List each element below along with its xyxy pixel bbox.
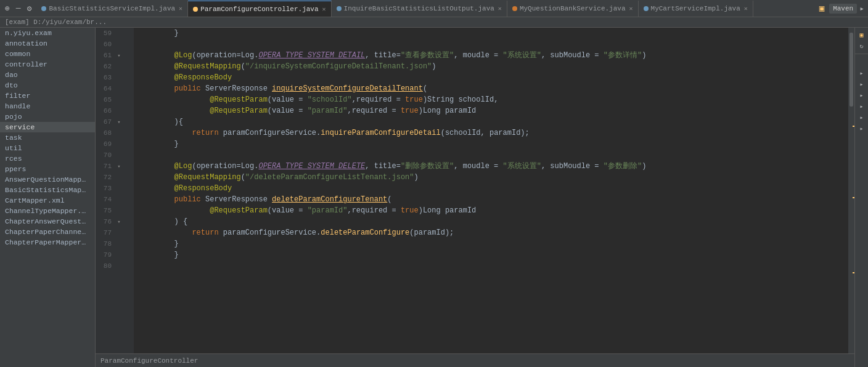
- tab-close-icon[interactable]: ✕: [179, 5, 182, 12]
- sidebar-item-rces[interactable]: rces: [0, 153, 95, 164]
- right-panel-arrow-2[interactable]: ▸: [857, 79, 867, 89]
- maven-button[interactable]: Maven: [829, 4, 857, 14]
- tab-close-icon[interactable]: ✕: [322, 6, 326, 13]
- line-number-60: 60: [96, 41, 115, 48]
- right-panel-arrow-6[interactable]: ▸: [857, 124, 867, 134]
- code-line-73: @ResponseBody: [139, 183, 848, 194]
- tab-close-icon[interactable]: ✕: [744, 5, 748, 12]
- right-panel-btn-refresh[interactable]: ↻: [857, 41, 867, 51]
- breadcrumb: [exam] D:/yiyu/exam/br...: [0, 17, 868, 28]
- gutter-row-60: 60: [96, 39, 131, 50]
- tab-MyQuestionBankService[interactable]: MyQuestionBankService.java ✕: [507, 1, 639, 17]
- sidebar-item-ChapterAnswerQuestion[interactable]: ChapterAnswerQuestionM...: [0, 216, 95, 227]
- sidebar-item-annotation[interactable]: annotation: [0, 38, 95, 49]
- line-number-75: 75: [96, 207, 115, 214]
- right-panel-btn-1[interactable]: ▣: [857, 30, 867, 40]
- sidebar-item-dto[interactable]: dto: [0, 80, 95, 91]
- add-tab-icon[interactable]: ⊕: [2, 2, 12, 15]
- line-number-78: 78: [96, 240, 115, 248]
- sidebar-item-exam[interactable]: n.yiyu.exam: [0, 28, 95, 38]
- tab-bar-left: ⊕ — ⚙: [0, 2, 36, 15]
- gutter-row-62: 62: [96, 61, 131, 72]
- sidebar-item-task[interactable]: task: [0, 132, 95, 143]
- code-line-76: ) {: [139, 216, 848, 227]
- gutter-row-67: 67 ▾: [96, 116, 131, 127]
- code-line-79: }: [139, 249, 848, 260]
- code-line-75: @RequestParam(value = "paramId",required…: [139, 205, 848, 216]
- sidebar-item-AnswerQuestionMapper[interactable]: AnswerQuestionMapper.xm: [0, 174, 95, 185]
- scroll-mark-1: [853, 126, 854, 127]
- code-line-67: ){: [139, 116, 848, 127]
- right-panel-arrow-3[interactable]: ▸: [857, 91, 867, 100]
- line-number-74: 74: [96, 196, 115, 203]
- code-line-61: @Log(operation=Log.OPERA_TYPE_SYSTEM_DET…: [139, 50, 848, 61]
- expand-icon[interactable]: ▸: [859, 4, 864, 14]
- sidebar-item-ChannelTypeMapper[interactable]: ChannelTypeMapper.xml: [0, 206, 95, 216]
- code-line-71: @Log(operation=Log.OPERA_TYPE_SYSTEM_DEL…: [139, 161, 848, 172]
- settings-icon[interactable]: ⚙: [25, 2, 35, 15]
- scrollbar-thumb[interactable]: [850, 33, 853, 107]
- tab-MyCartServiceImpl[interactable]: MyCartServiceImpl.java ✕: [639, 1, 753, 17]
- editor-area: 59 60 61 ▾: [96, 28, 854, 367]
- sidebar-item-ChapterPaperMapper[interactable]: ChapterPaperMapper.xml: [0, 237, 95, 248]
- line-number-63: 63: [96, 74, 115, 81]
- right-panel-arrow-4[interactable]: ▸: [857, 102, 867, 111]
- line-number-62: 62: [96, 63, 115, 70]
- right-panel-arrow-1[interactable]: ▸: [857, 68, 867, 78]
- gutter-row-80: 80: [96, 260, 131, 272]
- tab-bar: ⊕ — ⚙ BasicStatisticsServiceImpl.java ✕ …: [0, 0, 868, 17]
- line-number-72: 72: [96, 174, 115, 181]
- tab-bar-right: ▣ Maven ▸: [816, 3, 868, 14]
- gutter-row-77: 77: [96, 227, 131, 238]
- tab-close-icon[interactable]: ✕: [629, 5, 633, 12]
- fold-71[interactable]: ▾: [115, 163, 123, 170]
- code-lines[interactable]: } @Log(operation=Log.OPERA_TYPE_SYSTEM_D…: [134, 28, 848, 353]
- right-panel-divider: [855, 54, 868, 66]
- gutter-row-73: 73: [96, 183, 131, 194]
- code-container[interactable]: 59 60 61 ▾: [96, 28, 854, 353]
- tab-dot: [193, 7, 198, 12]
- minimize-icon[interactable]: —: [14, 2, 23, 14]
- code-line-72: @RequestMapping("/deleteParamConfigureLi…: [139, 172, 848, 183]
- tab-label: BasicStatisticsServiceImpl.java: [49, 5, 175, 12]
- gutter-row-70: 70: [96, 150, 131, 161]
- tab-ParamConfigureController[interactable]: ParamConfigureController.java ✕: [188, 1, 331, 17]
- sidebar-item-util[interactable]: util: [0, 143, 95, 153]
- gutter-row-66: 66: [96, 105, 131, 116]
- line-gutter: 59 60 61 ▾: [96, 28, 134, 353]
- right-panel-arrow-5[interactable]: ▸: [857, 113, 867, 123]
- code-line-69: }: [139, 139, 848, 150]
- sidebar-item-BasicStatisticsMapper[interactable]: BasicStatisticsMapper.xml: [0, 185, 95, 195]
- sidebar-item-ppers[interactable]: ppers: [0, 164, 95, 174]
- fold-67[interactable]: ▾: [115, 119, 123, 126]
- sidebar-item-ChapterPaperChannelType[interactable]: ChapterPaperChannelType...: [0, 227, 95, 237]
- line-number-61: 61: [96, 52, 115, 59]
- fold-61[interactable]: ▾: [115, 52, 123, 59]
- code-line-60: [139, 39, 848, 50]
- sidebar-item-CartMapper[interactable]: CartMapper.xml: [0, 195, 95, 206]
- sidebar-item-handle[interactable]: handle: [0, 101, 95, 111]
- code-line-66: @RequestParam(value = "paramId",required…: [139, 105, 848, 116]
- line-number-77: 77: [96, 229, 115, 236]
- gutter-row-64: 64: [96, 83, 131, 94]
- vertical-scrollbar[interactable]: [848, 28, 854, 353]
- gutter-row-61: 61 ▾: [96, 50, 131, 61]
- gutter-row-76: 76 ▾: [96, 216, 131, 227]
- bookmark-icon: ▣: [819, 3, 824, 14]
- sidebar-item-common[interactable]: common: [0, 49, 95, 59]
- line-number-76: 76: [96, 218, 115, 225]
- line-number-59: 59: [96, 30, 115, 37]
- fold-76[interactable]: ▾: [115, 219, 123, 225]
- sidebar-item-pojo[interactable]: pojo: [0, 111, 95, 122]
- sidebar-item-filter[interactable]: filter: [0, 91, 95, 101]
- sidebar-item-dao[interactable]: dao: [0, 70, 95, 80]
- line-number-71: 71: [96, 163, 115, 170]
- line-number-65: 65: [96, 96, 115, 103]
- sidebar-item-controller[interactable]: controller: [0, 59, 95, 70]
- status-bar: ParamConfigureController: [96, 353, 854, 367]
- code-line-59: }: [139, 28, 848, 39]
- sidebar-item-service[interactable]: service: [0, 122, 95, 132]
- tab-close-icon[interactable]: ✕: [498, 5, 502, 12]
- tab-InquireBasicStatisticsListOutput[interactable]: InquireBasicStatisticsListOutput.java ✕: [332, 1, 507, 17]
- tab-BasicStatisticsServiceImpl[interactable]: BasicStatisticsServiceImpl.java ✕: [36, 1, 188, 17]
